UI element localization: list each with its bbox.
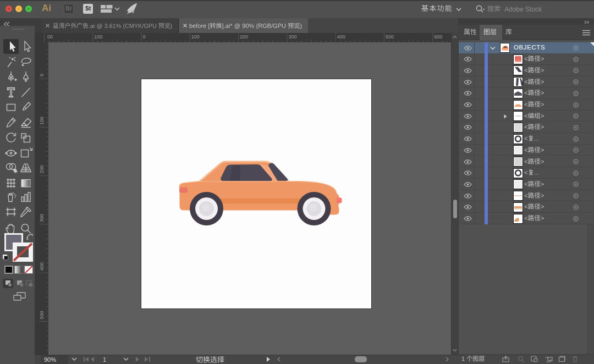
- svg-text:0: 0: [143, 34, 146, 40]
- svg-text:300: 300: [39, 214, 45, 222]
- svg-text:500: 500: [39, 311, 45, 319]
- svg-text:600: 600: [434, 34, 442, 40]
- svg-text:400: 400: [39, 262, 45, 271]
- svg-text:100: 100: [94, 34, 102, 40]
- svg-text:0: 0: [39, 74, 45, 76]
- svg-text:300: 300: [288, 34, 296, 40]
- svg-text:500: 500: [386, 34, 394, 40]
- svg-text:100: 100: [191, 34, 200, 40]
- svg-text:400: 400: [337, 34, 345, 40]
- svg-text:200: 200: [240, 34, 248, 40]
- svg-text:100: 100: [39, 117, 45, 125]
- svg-text:00: 00: [47, 34, 53, 40]
- svg-text:200: 200: [39, 166, 45, 174]
